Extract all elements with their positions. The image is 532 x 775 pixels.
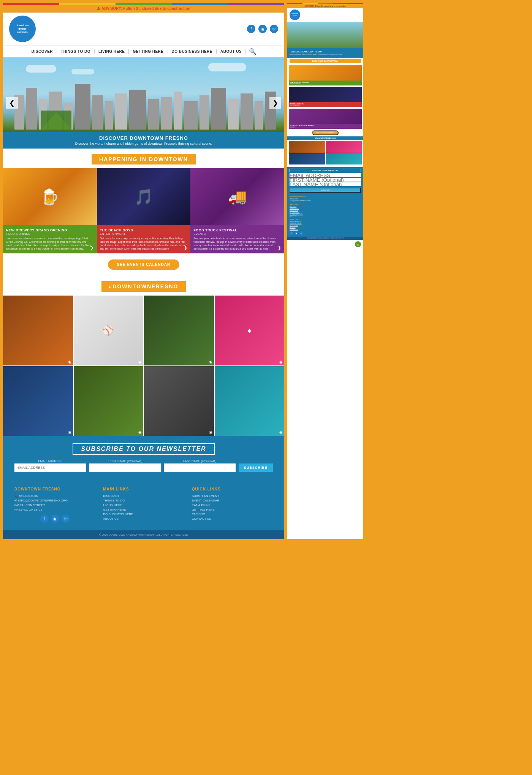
insta-item-6[interactable]: ◉ xyxy=(74,366,144,436)
mp-firstname-input[interactable] xyxy=(290,178,361,182)
newsletter-submit-button[interactable]: SUBSCRIBE xyxy=(239,463,273,472)
footer-link-business[interactable]: DO BUSINESS HERE xyxy=(103,512,184,516)
footer-link-eat[interactable]: EAT & DRINK xyxy=(192,503,273,507)
event-card-brewery[interactable]: 🍺 NEW BREWERY GRAND OPENING FOOD & DRINK… xyxy=(3,168,97,253)
nav-do-business[interactable]: DO BUSINESS HERE xyxy=(168,49,217,54)
footer-link-contact[interactable]: CONTACT US xyxy=(192,517,273,520)
search-icon[interactable]: 🔍 xyxy=(246,48,260,55)
event-food-arrow[interactable]: ❯ xyxy=(277,245,281,250)
mp-footer-phone: 559.490.9966 xyxy=(290,198,361,200)
footer-link-things[interactable]: THINGS TO DO xyxy=(103,499,184,502)
footer-facebook-icon[interactable]: f xyxy=(40,514,49,523)
insta-item-4[interactable]: ♦ ◉ xyxy=(215,296,285,365)
nav-getting-here[interactable]: GETTING HERE xyxy=(129,49,168,54)
footer-link-about[interactable]: ABOUT US xyxy=(103,517,184,520)
mp-link-eat[interactable]: EAT & DRINK xyxy=(290,225,361,226)
footer-link-parking[interactable]: PARKING xyxy=(192,512,273,516)
mp-advisory: ADVISORY: Fulton St. closed due to const… xyxy=(287,4,363,8)
mp-event-food[interactable]: FOOD TRUCK FESTIVAL EVENTS EVENTS xyxy=(289,109,362,129)
header: downtownfresnopartnership f ◉ 🐦 xyxy=(3,13,284,45)
insta-item-5[interactable]: ◉ xyxy=(3,366,73,436)
mp-email-input[interactable] xyxy=(290,173,361,177)
mp-concert-img xyxy=(289,87,362,102)
mp-footer-instagram[interactable]: ◉ xyxy=(294,231,298,235)
see-events-button[interactable]: SEE EVENTS CALENDAR xyxy=(108,259,180,270)
hero-next-button[interactable]: ❯ xyxy=(269,97,281,109)
mp-discover-section: DISCOVER DOWNTOWN FRESNO Discover the vi… xyxy=(287,48,363,58)
social-icons: f ◉ 🐦 xyxy=(247,25,278,33)
logo[interactable]: downtownfresnopartnership xyxy=(9,16,36,42)
twitter-icon[interactable]: 🐦 xyxy=(270,25,278,33)
mp-link-calendar[interactable]: EVENT CALENDAR xyxy=(290,223,361,225)
email-input[interactable] xyxy=(14,463,86,472)
mp-logo[interactable]: downtownfresno xyxy=(290,9,300,20)
nav-living-here[interactable]: LIVING HERE xyxy=(95,49,129,54)
event-card-concert[interactable]: 🎵 THE BEACH BOYS ENTERTAINMENT Get ready… xyxy=(97,168,191,253)
insta-item-7[interactable]: ◉ xyxy=(144,366,214,436)
mp-quick-links-section: QUICK LINKS SUBMIT AN EVENT EVENT CALEND… xyxy=(290,218,361,230)
mp-event-concert[interactable]: THE BEACH BOYS ENTERTAINMENT xyxy=(289,87,362,107)
hero-prev-button[interactable]: ❮ xyxy=(6,97,18,109)
facebook-icon[interactable]: f xyxy=(247,25,255,33)
mp-footer-facebook[interactable]: f xyxy=(290,231,293,235)
insta-item-1[interactable]: ◉ xyxy=(3,296,73,365)
instagram-icon-5: ◉ xyxy=(68,430,71,434)
footer-link-getting2[interactable]: GETTING HERE xyxy=(192,508,273,511)
footer-link-living[interactable]: LIVING HERE xyxy=(103,503,184,507)
mp-subscribe-button[interactable]: SUBSCRIBE xyxy=(290,188,361,193)
firstname-input[interactable] xyxy=(89,463,161,472)
nav-about-us[interactable]: ABOUT US xyxy=(217,49,246,54)
mp-link-getting[interactable]: GETTING HERE xyxy=(290,212,361,213)
mp-insta-1[interactable] xyxy=(289,141,325,153)
lastname-input[interactable] xyxy=(164,463,236,472)
event-beer-arrow[interactable]: ❯ xyxy=(90,245,94,250)
footer-link-submit[interactable]: SUBMIT AN EVENT xyxy=(192,494,273,498)
event-concert-arrow[interactable]: ❯ xyxy=(184,245,187,250)
mp-quick-links-title: QUICK LINKS xyxy=(290,218,361,220)
mp-footer-twitter[interactable]: 🐦 xyxy=(299,231,303,235)
mp-up-arrow-button[interactable]: ▲ xyxy=(355,241,361,247)
hero-title: DISCOVER DOWNTOWN FRESNO xyxy=(6,135,281,141)
insta-item-8[interactable]: ◉ xyxy=(215,366,285,436)
nav-things-to-do[interactable]: THINGS TO DO xyxy=(57,49,95,54)
mp-hamburger-icon[interactable]: ☰ xyxy=(358,13,361,17)
mp-link-things[interactable]: THINGS TO DO xyxy=(290,208,361,209)
mp-color-bar xyxy=(287,3,363,4)
newsletter-section: SUBSCRIBE TO OUR NEWSLETTER EMAIL ADDRES… xyxy=(3,436,284,479)
mp-lastname-input[interactable] xyxy=(290,182,361,186)
insta-item-2[interactable]: ⚾ ◉ xyxy=(74,296,144,365)
mp-link-living[interactable]: LIVING HERE xyxy=(290,210,361,211)
footer-instagram-icon[interactable]: ◉ xyxy=(51,514,59,523)
event-beer-image: 🍺 xyxy=(3,168,97,225)
mp-link-contact[interactable]: CONTACT US xyxy=(290,229,361,230)
insta-item-3[interactable]: ◉ xyxy=(144,296,214,365)
event-food-category: EVENTS xyxy=(193,232,281,236)
mp-link-business[interactable]: DO BUSINESS HERE xyxy=(290,214,361,215)
event-food-title: FOOD TRUCK FESTIVAL xyxy=(193,228,281,232)
mp-hero xyxy=(287,22,363,48)
mp-footer: DOWNTOWN FRESNO 559.490.9966 INFO@DOWNTO… xyxy=(287,194,363,237)
mp-event-beer[interactable]: NEW BREWERY OPENING FOOD & DRINKS xyxy=(289,65,362,85)
footer-link-getting[interactable]: GETTING HERE xyxy=(103,508,184,511)
mp-link-discover[interactable]: DISCOVER xyxy=(290,206,361,207)
mp-insta-4[interactable] xyxy=(326,153,362,164)
footer-twitter-icon[interactable]: 🐦 xyxy=(62,514,70,523)
mp-link-submit[interactable]: SUBMIT AN EVENT xyxy=(290,221,361,223)
mp-calendar-button[interactable]: SEE EVENTS CALENDAR xyxy=(312,130,339,135)
mp-insta-3[interactable] xyxy=(289,153,325,164)
event-card-food[interactable]: 🚚 FOOD TRUCK FESTIVAL EVENTS Prepare you… xyxy=(190,168,284,253)
svg-rect-13 xyxy=(184,101,198,130)
mp-discover-title: DISCOVER DOWNTOWN FRESNO xyxy=(290,50,361,54)
event-beer-category: FOOD & DRINKS xyxy=(6,232,94,236)
mp-main-links-section: MAIN LINKS DISCOVER THINGS TO DO LIVING … xyxy=(290,203,361,217)
footer-link-discover[interactable]: DISCOVER xyxy=(103,494,184,498)
mp-newsletter-title: SUBSCRIBE TO OUR NEWSLETTER xyxy=(290,169,361,172)
footer-link-calendar[interactable]: EVENT CALENDAR xyxy=(192,499,273,502)
nav-discover[interactable]: DISCOVER xyxy=(28,49,57,54)
mp-link-parking[interactable]: PARKING xyxy=(290,227,361,228)
instagram-icon-2: ◉ xyxy=(138,360,142,364)
instagram-icon[interactable]: ◉ xyxy=(258,25,267,33)
mp-insta-2[interactable] xyxy=(326,141,362,153)
event-concert-title: THE BEACH BOYS xyxy=(100,228,188,232)
mp-link-about[interactable]: ABOUT US xyxy=(290,215,361,217)
